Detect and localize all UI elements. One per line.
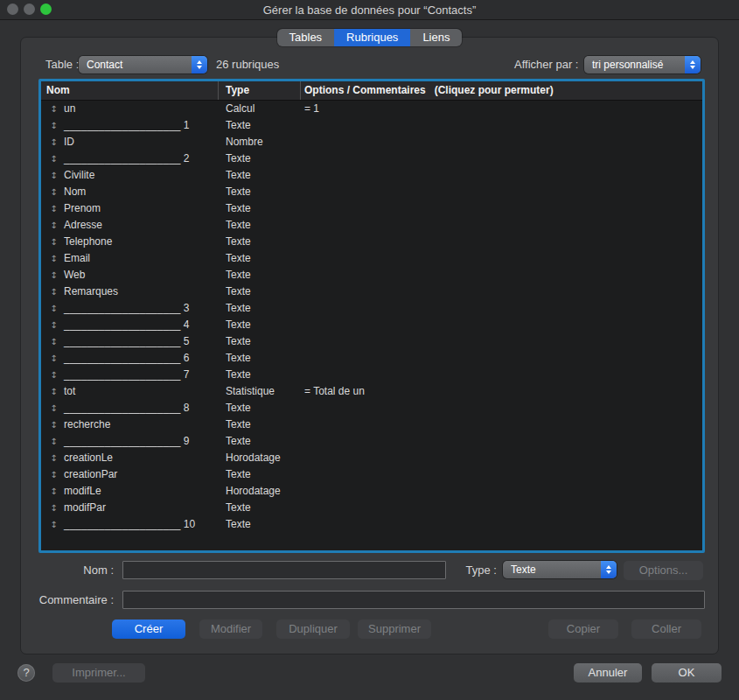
drag-handle-icon[interactable]: ↕ (50, 117, 58, 134)
field-type: Texte (219, 400, 301, 416)
field-options: = Total de un (301, 383, 702, 400)
drag-handle-icon[interactable]: ↕ (50, 101, 58, 117)
field-options (301, 234, 702, 250)
header-name[interactable]: Nom (41, 81, 219, 100)
name-input[interactable] (122, 561, 446, 579)
table-row[interactable]: ↕____________________ 6Texte (41, 350, 702, 367)
table-select-value: Contact (87, 56, 190, 74)
field-name: ____________________ 6 (64, 350, 189, 367)
table-row[interactable]: ↕____________________ 7Texte (41, 367, 702, 383)
drag-handle-icon[interactable]: ↕ (50, 267, 58, 284)
drag-handle-icon[interactable]: ↕ (50, 416, 58, 433)
drag-handle-icon[interactable]: ↕ (50, 483, 58, 500)
drag-handle-icon[interactable]: ↕ (50, 333, 58, 350)
field-name: Web (64, 267, 85, 284)
drag-handle-icon[interactable]: ↕ (50, 200, 58, 217)
drag-handle-icon[interactable]: ↕ (50, 466, 58, 483)
table-row[interactable]: ↕IDNombre (41, 134, 702, 150)
duplicate-button[interactable]: Dupliquer (276, 620, 350, 639)
type-select[interactable]: Texte (503, 561, 617, 578)
field-name: Nom (64, 184, 86, 200)
drag-handle-icon[interactable]: ↕ (50, 300, 58, 317)
drag-handle-icon[interactable]: ↕ (50, 234, 58, 250)
field-name: ____________________ 1 (64, 117, 189, 134)
drag-handle-icon[interactable]: ↕ (50, 134, 58, 150)
table-label: Table : (45, 56, 79, 74)
tab-bar: Tables Rubriques Liens (277, 29, 463, 46)
field-type: Texte (219, 184, 301, 200)
drag-handle-icon[interactable]: ↕ (50, 383, 58, 400)
table-row[interactable]: ↕totStatistique= Total de un (41, 383, 702, 400)
field-name: recherche (64, 416, 110, 433)
modify-button[interactable]: Modifier (199, 620, 262, 639)
table-row[interactable]: ↕modifLeHorodatage (41, 483, 702, 500)
table-row[interactable]: ↕____________________ 4Texte (41, 317, 702, 333)
table-row[interactable]: ↕____________________ 9Texte (41, 433, 702, 450)
field-count: 26 rubriques (216, 56, 279, 74)
table-row[interactable]: ↕____________________ 8Texte (41, 400, 702, 416)
delete-button[interactable]: Supprimer (358, 620, 431, 639)
table-row[interactable]: ↕____________________ 2Texte (41, 150, 702, 167)
field-list-header: Nom Type Options / Commentaires(Cliquez … (41, 81, 702, 101)
drag-handle-icon[interactable]: ↕ (50, 367, 58, 383)
drag-handle-icon[interactable]: ↕ (50, 500, 58, 516)
field-name: creationPar (64, 466, 117, 483)
paste-button[interactable]: Coller (631, 620, 701, 639)
drag-handle-icon[interactable]: ↕ (50, 167, 58, 184)
tab-liens[interactable]: Liens (410, 29, 462, 46)
drag-handle-icon[interactable]: ↕ (50, 150, 58, 167)
drag-handle-icon[interactable]: ↕ (50, 317, 58, 333)
drag-handle-icon[interactable]: ↕ (50, 250, 58, 267)
table-row[interactable]: ↕TelephoneTexte (41, 234, 702, 250)
table-row[interactable]: ↕creationParTexte (41, 466, 702, 483)
table-row[interactable]: ↕____________________ 1Texte (41, 117, 702, 134)
field-list[interactable]: Nom Type Options / Commentaires(Cliquez … (38, 79, 705, 553)
tab-tables[interactable]: Tables (277, 29, 335, 46)
table-row[interactable]: ↕modifParTexte (41, 500, 702, 516)
type-select-value: Texte (511, 561, 599, 578)
options-button[interactable]: Options... (624, 561, 703, 580)
table-row[interactable]: ↕EmailTexte (41, 250, 702, 267)
table-row[interactable]: ↕____________________ 3Texte (41, 300, 702, 317)
tab-rubriques[interactable]: Rubriques (334, 29, 410, 46)
table-row[interactable]: ↕AdresseTexte (41, 217, 702, 234)
table-row[interactable]: ↕rechercheTexte (41, 416, 702, 433)
table-row[interactable]: ↕unCalcul= 1 (41, 101, 702, 117)
table-row[interactable]: ↕PrenomTexte (41, 200, 702, 217)
comment-label: Commentaire : (10, 592, 114, 609)
sort-select[interactable]: tri personnalisé (584, 56, 701, 74)
table-row[interactable]: ↕____________________ 10Texte (41, 516, 702, 533)
field-name: tot (64, 383, 75, 400)
table-row[interactable]: ↕CiviliteTexte (41, 167, 702, 184)
drag-handle-icon[interactable]: ↕ (50, 450, 58, 466)
field-type: Horodatage (219, 483, 301, 500)
field-type: Texte (219, 284, 301, 300)
table-row[interactable]: ↕____________________ 5Texte (41, 333, 702, 350)
table-row[interactable]: ↕WebTexte (41, 267, 702, 284)
drag-handle-icon[interactable]: ↕ (50, 350, 58, 367)
drag-handle-icon[interactable]: ↕ (50, 217, 58, 234)
field-options (301, 317, 702, 333)
cancel-button[interactable]: Annuler (574, 663, 642, 682)
ok-button[interactable]: OK (652, 663, 722, 682)
header-options[interactable]: Options / Commentaires(Cliquez pour perm… (301, 81, 702, 100)
table-row[interactable]: ↕NomTexte (41, 184, 702, 200)
table-select[interactable]: Contact (79, 56, 207, 74)
field-options (301, 150, 702, 167)
drag-handle-icon[interactable]: ↕ (50, 184, 58, 200)
table-row[interactable]: ↕creationLeHorodatage (41, 450, 702, 466)
drag-handle-icon[interactable]: ↕ (50, 516, 58, 533)
drag-handle-icon[interactable]: ↕ (50, 433, 58, 450)
field-type: Texte (219, 300, 301, 317)
header-type[interactable]: Type (219, 81, 301, 100)
table-row[interactable]: ↕RemarquesTexte (41, 284, 702, 300)
comment-input[interactable] (122, 591, 705, 609)
create-button[interactable]: Créer (112, 620, 185, 639)
drag-handle-icon[interactable]: ↕ (50, 400, 58, 416)
help-button[interactable]: ? (17, 664, 35, 682)
sort-label: Afficher par : (514, 56, 578, 74)
field-options (301, 284, 702, 300)
print-button[interactable]: Imprimer... (52, 663, 145, 682)
drag-handle-icon[interactable]: ↕ (50, 284, 58, 300)
copy-button[interactable]: Copier (548, 620, 618, 639)
